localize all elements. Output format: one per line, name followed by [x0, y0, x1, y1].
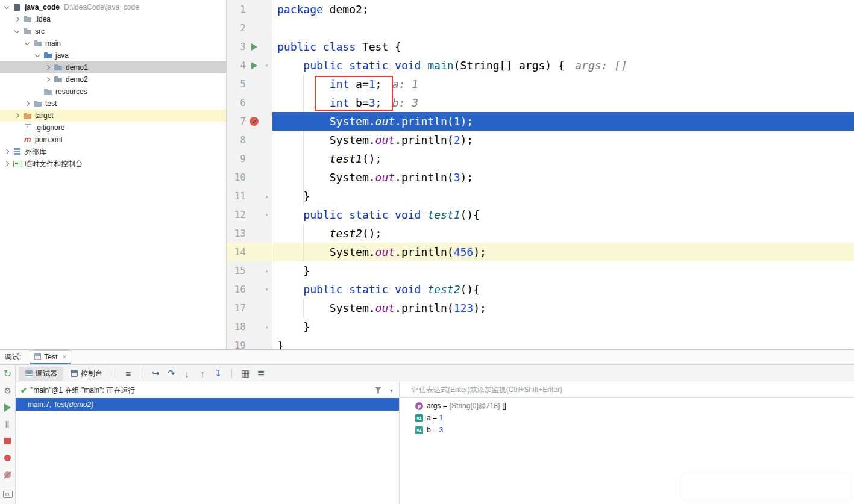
chevron-right-icon[interactable] — [45, 77, 50, 82]
code-line[interactable]: } — [272, 261, 854, 280]
gutter-row[interactable]: 5 — [227, 75, 272, 93]
code-editor[interactable]: 1234▾567891011▴12▾131415▴16▾1718▴19 pack… — [227, 0, 854, 349]
fold-marker-icon[interactable]: ▾ — [265, 63, 268, 69]
variable-row[interactable]: 01b = 3 — [400, 424, 854, 436]
code-line[interactable]: public static void main(String[] args) {… — [272, 56, 854, 75]
fold-marker-icon[interactable]: ▴ — [265, 324, 268, 330]
settings-wrench-icon[interactable]: ⚙ — [2, 385, 13, 396]
show-execution-point-icon[interactable]: ↪ — [148, 367, 163, 380]
step-into-icon[interactable]: ↓ — [180, 367, 194, 380]
step-out-icon[interactable]: ↑ — [195, 367, 210, 380]
code-line[interactable]: package demo2; — [272, 0, 854, 19]
code-line[interactable]: System.out.println(123); — [272, 299, 854, 317]
restore-layout-icon[interactable]: ≡ — [121, 367, 136, 380]
code-line[interactable]: int b=3;b: 3 — [272, 93, 854, 112]
chevron-right-icon[interactable] — [4, 149, 9, 154]
chevron-down-icon[interactable] — [35, 52, 40, 57]
tree-item[interactable]: test — [0, 98, 226, 110]
chevron-right-icon[interactable] — [14, 113, 19, 118]
code-line[interactable]: int a=1;a: 1 — [272, 75, 854, 93]
pause-icon[interactable]: ‖ — [2, 419, 13, 429]
code-line[interactable]: } — [272, 187, 854, 205]
tree-item[interactable]: resources — [0, 86, 226, 98]
code-line[interactable]: } — [272, 317, 854, 336]
gutter-row[interactable]: 1 — [227, 0, 272, 19]
gutter-row[interactable]: 2 — [227, 19, 272, 37]
tree-item[interactable]: main — [0, 37, 226, 49]
editor-code-area[interactable]: package demo2;public class Test { public… — [272, 0, 854, 349]
evaluate-expression-input[interactable]: 评估表达式(Enter)或添加监视(Ctrl+Shift+Enter) — [400, 382, 854, 398]
tree-item[interactable]: src — [0, 25, 226, 37]
mute-breakpoints-icon[interactable] — [2, 470, 13, 480]
tab-debugger[interactable]: 调试器 — [19, 367, 63, 381]
gutter-row[interactable]: 17 — [227, 299, 272, 317]
fold-marker-icon[interactable]: ▴ — [265, 268, 268, 274]
gutter-row[interactable]: 14 — [227, 243, 272, 261]
code-line[interactable] — [272, 19, 854, 37]
code-line[interactable]: System.out.println(2); — [272, 131, 854, 149]
gutter-row[interactable]: 11▴ — [227, 187, 272, 205]
chevron-right-icon[interactable] — [25, 101, 30, 106]
chevron-right-icon[interactable] — [4, 161, 9, 166]
tab-console[interactable]: 控制台 — [64, 367, 108, 381]
gutter-row[interactable]: 15▴ — [227, 261, 272, 280]
chevron-right-icon[interactable] — [14, 17, 19, 22]
view-breakpoints-icon[interactable] — [2, 453, 13, 463]
gutter-row[interactable]: 8 — [227, 131, 272, 149]
debug-session-tab[interactable]: Test × — [30, 350, 71, 364]
code-line[interactable]: test2(); — [272, 224, 854, 243]
chevron-right-icon[interactable] — [45, 65, 50, 70]
chevron-down-icon[interactable]: ▾ — [390, 387, 393, 394]
chevron-down-icon[interactable] — [14, 28, 19, 33]
code-line[interactable]: System.out.println(3); — [272, 168, 854, 187]
stop-icon[interactable] — [2, 436, 13, 446]
tree-item[interactable]: 外部库 — [0, 146, 226, 158]
code-line[interactable]: System.out.println(456); — [272, 243, 854, 261]
tree-item[interactable]: target — [0, 110, 226, 122]
code-line[interactable]: public static void test1(){ — [272, 205, 854, 224]
gutter-row[interactable]: 9 — [227, 149, 272, 168]
resume-icon[interactable] — [2, 402, 13, 412]
tree-item[interactable]: 临时文件和控制台 — [0, 158, 226, 170]
screenshot-icon[interactable] — [2, 489, 13, 499]
tree-item[interactable]: java_codeD:\ideaCode\java_code — [0, 1, 226, 13]
run-arrow-icon[interactable] — [251, 43, 257, 51]
gutter-row[interactable]: 16▾ — [227, 280, 272, 299]
gutter-row[interactable]: 3 — [227, 37, 272, 56]
gutter-row[interactable]: 13 — [227, 224, 272, 243]
tree-item[interactable]: .gitignore — [0, 122, 226, 134]
gutter-row[interactable]: 7 — [227, 112, 272, 131]
stack-frame-row[interactable]: main:7, Test (demo2) — [16, 398, 399, 411]
tree-item[interactable]: .idea — [0, 13, 226, 25]
breakpoint-icon[interactable] — [250, 117, 259, 126]
code-line[interactable]: System.out.println(1); — [272, 112, 854, 131]
close-icon[interactable]: × — [62, 353, 66, 361]
tree-item[interactable]: java — [0, 49, 226, 61]
thread-selector[interactable]: ✔ "main"@1 在组 "main": 正在运行 ▾ — [16, 382, 399, 398]
code-line[interactable]: public static void test2(){ — [272, 280, 854, 299]
gutter-row[interactable]: 12▾ — [227, 205, 272, 224]
chevron-down-icon[interactable] — [4, 4, 9, 8]
code-line[interactable]: } — [272, 336, 854, 349]
fold-marker-icon[interactable]: ▾ — [265, 287, 268, 293]
run-arrow-icon[interactable] — [251, 62, 257, 69]
tree-item[interactable]: pom.xml — [0, 134, 226, 146]
evaluate-expression-icon[interactable]: ▦ — [238, 367, 253, 380]
gutter-row[interactable]: 10 — [227, 168, 272, 187]
gutter-row[interactable]: 18▴ — [227, 317, 272, 336]
tree-item[interactable]: demo1 — [0, 61, 226, 73]
variable-row[interactable]: 01a = 1 — [400, 412, 854, 424]
chevron-down-icon[interactable] — [25, 40, 30, 45]
step-over-icon[interactable]: ↷ — [164, 367, 178, 380]
gutter-row[interactable]: 6 — [227, 93, 272, 112]
filter-funnel-icon[interactable] — [375, 387, 381, 394]
code-line[interactable]: test1(); — [272, 149, 854, 168]
run-to-cursor-icon[interactable]: ↧ — [211, 367, 225, 380]
gutter-row[interactable]: 4▾ — [227, 56, 272, 75]
fold-marker-icon[interactable]: ▴ — [265, 193, 268, 199]
gutter-row[interactable]: 19 — [227, 336, 272, 349]
tree-item[interactable]: demo2 — [0, 73, 226, 86]
fold-marker-icon[interactable]: ▾ — [265, 212, 268, 218]
code-line[interactable]: public class Test { — [272, 37, 854, 56]
variable-row[interactable]: pargs = {String[0]@718} [] — [400, 400, 854, 412]
